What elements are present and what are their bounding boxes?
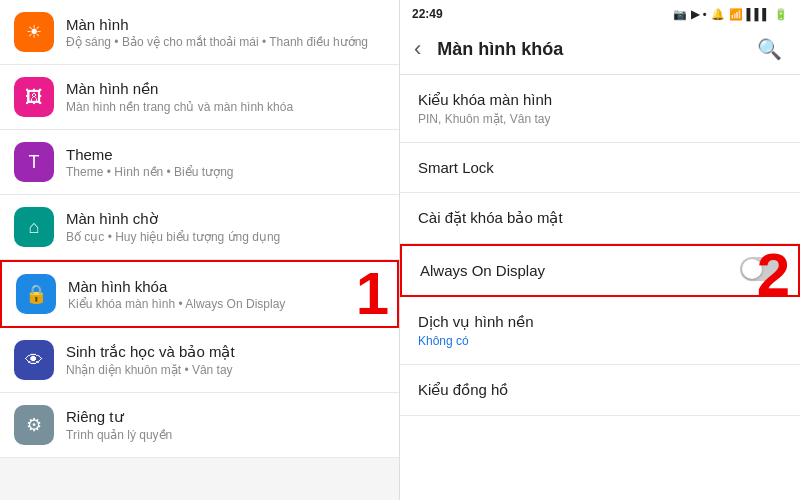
badge-number-2: 2 [757,245,790,305]
status-icons: 📷 ▶ • 🔔 📶 ▌▌▌ 🔋 [673,8,788,21]
menu-item-kieu-dong-ho[interactable]: Kiểu đồng hồ [400,365,800,416]
back-button[interactable]: ‹ [408,34,427,64]
menu-sub-dich-vu-hinh-nen: Không có [418,334,782,348]
settings-icon-man-hinh-khoa: 🔒 [16,274,56,314]
menu-title-always-on: Always On Display [420,262,780,279]
settings-sub-man-hinh: Độ sáng • Bảo vệ cho mắt thoải mái • Tha… [66,35,385,49]
settings-title-man-hinh-cho: Màn hình chờ [66,210,385,228]
settings-title-man-hinh: Màn hình [66,16,385,33]
settings-sub-theme: Theme • Hình nền • Biểu tượng [66,165,385,179]
left-settings-panel: ☀Màn hìnhĐộ sáng • Bảo vệ cho mắt thoải … [0,0,400,500]
settings-sub-man-hinh-cho: Bố cục • Huy hiệu biểu tượng ứng dụng [66,230,385,244]
settings-list: ☀Màn hìnhĐộ sáng • Bảo vệ cho mắt thoải … [0,0,399,458]
settings-icon-rieng-tu: ⚙ [14,405,54,445]
menu-title-kieu-dong-ho: Kiểu đồng hồ [418,381,782,399]
settings-title-man-hinh-khoa: Màn hình khóa [68,278,383,295]
settings-item-rieng-tu[interactable]: ⚙Riêng tưTrình quản lý quyền [0,393,399,458]
settings-item-man-hinh-cho[interactable]: ⌂Màn hình chờBố cục • Huy hiệu biểu tượn… [0,195,399,260]
menu-sub-kieu-khoa: PIN, Khuôn mặt, Vân tay [418,112,782,126]
status-signal-icon: ▌▌▌ [747,8,770,20]
status-dot-icon: • [703,8,707,20]
menu-item-smart-lock[interactable]: Smart Lock [400,143,800,193]
menu-title-kieu-khoa: Kiểu khóa màn hình [418,91,782,109]
status-wifi-icon: 📶 [729,8,743,21]
settings-title-man-hinh-nen: Màn hình nền [66,80,385,98]
settings-item-theme[interactable]: TThemeTheme • Hình nền • Biểu tượng [0,130,399,195]
settings-title-rieng-tu: Riêng tư [66,408,385,426]
settings-sub-rieng-tu: Trình quản lý quyền [66,428,385,442]
settings-item-man-hinh-nen[interactable]: 🖼Màn hình nềnMàn hình nền trang chủ và m… [0,65,399,130]
menu-item-always-on[interactable]: Always On Display2 [400,244,800,297]
menu-item-cai-dat-khoa[interactable]: Cài đặt khóa bảo mật [400,193,800,244]
badge-number-1: 1 [356,264,389,324]
status-battery-icon: 🔋 [774,8,788,21]
search-button[interactable]: 🔍 [751,35,788,63]
status-bell-icon: 🔔 [711,8,725,21]
settings-item-sinh-trac-hoc[interactable]: 👁Sinh trắc học và bảo mậtNhận diện khuôn… [0,328,399,393]
topbar-title: Màn hình khóa [437,39,751,60]
settings-sub-sinh-trac-hoc: Nhận diện khuôn mặt • Vân tay [66,363,385,377]
settings-icon-sinh-trac-hoc: 👁 [14,340,54,380]
settings-title-sinh-trac-hoc: Sinh trắc học và bảo mật [66,343,385,361]
right-detail-panel: 22:49 📷 ▶ • 🔔 📶 ▌▌▌ 🔋 ‹ Màn hình khóa 🔍 … [400,0,800,500]
settings-item-man-hinh[interactable]: ☀Màn hìnhĐộ sáng • Bảo vệ cho mắt thoải … [0,0,399,65]
menu-item-dich-vu-hinh-nen[interactable]: Dịch vụ hình nềnKhông có [400,297,800,365]
settings-icon-man-hinh: ☀ [14,12,54,52]
settings-title-theme: Theme [66,146,385,163]
menu-title-dich-vu-hinh-nen: Dịch vụ hình nền [418,313,782,331]
status-camera-icon: 📷 [673,8,687,21]
status-bar: 22:49 📷 ▶ • 🔔 📶 ▌▌▌ 🔋 [400,0,800,28]
status-time: 22:49 [412,7,443,21]
settings-icon-theme: T [14,142,54,182]
menu-title-cai-dat-khoa: Cài đặt khóa bảo mật [418,209,782,227]
settings-sub-man-hinh-nen: Màn hình nền trang chủ và màn hình khóa [66,100,385,114]
settings-icon-man-hinh-nen: 🖼 [14,77,54,117]
menu-list: Kiểu khóa màn hìnhPIN, Khuôn mặt, Vân ta… [400,75,800,500]
menu-item-kieu-khoa[interactable]: Kiểu khóa màn hìnhPIN, Khuôn mặt, Vân ta… [400,75,800,143]
topbar: ‹ Màn hình khóa 🔍 [400,28,800,75]
menu-title-smart-lock: Smart Lock [418,159,782,176]
settings-icon-man-hinh-cho: ⌂ [14,207,54,247]
settings-sub-man-hinh-khoa: Kiểu khóa màn hình • Always On Display [68,297,383,311]
status-play-icon: ▶ [691,8,699,21]
settings-item-man-hinh-khoa[interactable]: 🔒Màn hình khóaKiểu khóa màn hình • Alway… [0,260,399,328]
